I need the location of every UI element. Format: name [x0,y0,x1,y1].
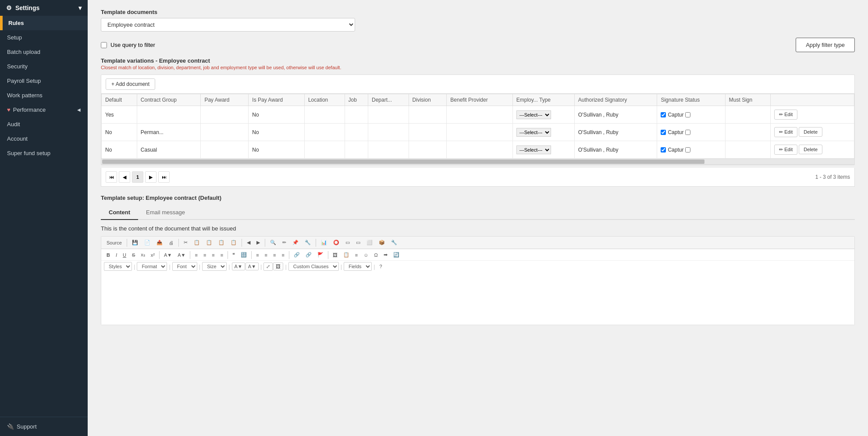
cell-signature-status[interactable]: Captur [657,124,725,141]
print-button[interactable]: 🖨 [166,239,176,247]
first-page-button[interactable]: ⏮ [106,171,117,183]
delete-button[interactable]: Delete [799,127,822,137]
sidebar-item-setup[interactable]: Setup [0,30,88,45]
pagebreak-button[interactable]: ➡ [381,251,390,259]
cell-employ-type[interactable]: ---Select--- [512,124,574,141]
sidebar-header[interactable]: ⚙ Settings ▾ [0,0,88,16]
strikethrough-button[interactable]: S [129,251,138,259]
align-center-button[interactable]: ≡ [262,251,270,259]
signature-status-checkbox[interactable] [661,112,666,117]
templates-button[interactable]: 📤 [154,238,165,247]
flash-button[interactable]: 🔧 [302,238,313,247]
ul-button[interactable]: ≡ [201,251,209,259]
align-right-button[interactable]: ≡ [270,251,278,259]
table-button[interactable]: 📊 [318,238,330,247]
sidebar-item-batch-upload[interactable]: Batch upload [0,45,88,59]
page-1-button[interactable]: 1 [132,171,143,183]
apply-filter-button[interactable]: Apply filter type [796,38,855,52]
button-btn[interactable]: 🔧 [388,238,400,247]
prev-page-button[interactable]: ◀ [119,171,130,183]
tab-email-message[interactable]: Email message [138,206,193,220]
special-char-button[interactable]: Ω [371,251,380,259]
sidebar-item-payroll-setup[interactable]: Payroll Setup [0,74,88,88]
source-button[interactable]: Source [104,239,125,247]
custom-clauses-dropdown[interactable]: Custom Clauses [288,262,339,271]
sidebar-item-work-patterns[interactable]: Work patterns [0,88,88,103]
paste-word-button[interactable]: 📋 [228,238,239,247]
bold-button[interactable]: B [104,251,113,259]
edit-button[interactable]: ✏ Edit [774,145,797,155]
font-bgcolor-button[interactable]: A▼ [245,262,259,270]
sidebar-item-account[interactable]: Account [0,131,88,146]
tab-content[interactable]: Content [101,206,138,220]
placeholder-button[interactable]: 📌 [290,238,301,247]
delete-button[interactable]: Delete [799,145,822,154]
save-button[interactable]: 💾 [129,238,141,247]
horizontal-scrollbar[interactable] [101,159,854,165]
styles-dropdown[interactable]: Styles [104,262,132,271]
redo-button[interactable]: ▶ [254,238,263,247]
font-dropdown[interactable]: Font [172,262,197,271]
div-button[interactable]: 🔢 [238,251,249,259]
paste-button[interactable]: 📋 [203,238,215,247]
edit-button[interactable]: ✏ Edit [774,110,797,120]
sidebar-item-super-fund-setup[interactable]: Super fund setup [0,146,88,160]
spellcheck-button[interactable]: ✏ [280,238,289,247]
copy-button[interactable]: 📋 [191,238,203,247]
unlink-button[interactable]: 🔗 [303,251,314,259]
employ-type-select[interactable]: ---Select--- [516,128,551,137]
find-button[interactable]: 🔍 [267,238,279,247]
cell-signature-status[interactable]: Captur [657,106,725,124]
ol-button[interactable]: ≡ [192,251,200,259]
use-query-checkbox[interactable] [101,42,107,48]
signature-status-checkbox[interactable] [661,147,666,152]
cell-actions[interactable]: ✏ Edit [771,106,854,124]
must-sign-checkbox[interactable] [685,112,690,117]
sidebar-item-audit[interactable]: Audit [0,117,88,131]
next-page-button[interactable]: ▶ [145,171,157,183]
last-page-button[interactable]: ⏭ [158,171,170,183]
help-button[interactable]: ? [377,262,385,270]
must-sign-checkbox[interactable] [685,147,690,152]
color-button[interactable]: A▼ [161,251,174,259]
subscript-button[interactable]: x₂ [138,251,148,259]
sidebar-item-security[interactable]: Security [0,59,88,74]
bgcolor-button[interactable]: A▼ [175,251,188,259]
editor-content-area[interactable] [101,272,854,325]
employ-type-select[interactable]: ---Select--- [516,110,551,119]
new-doc-button[interactable]: 📄 [142,238,153,247]
image-button[interactable]: 🖼 [330,251,340,259]
signature-status-checkbox[interactable] [661,130,666,135]
sidebar-item-rules[interactable]: Rules [0,16,88,30]
radio-button[interactable]: ⭕ [331,238,342,247]
align-left-button[interactable]: ≡ [253,251,261,259]
sidebar-item-support[interactable]: 🔌 Support [0,417,88,436]
anchor-button[interactable]: 🚩 [315,251,326,259]
cell-actions[interactable]: ✏ EditDelete [771,141,854,159]
paste-text-button[interactable]: 📋 [216,238,227,247]
must-sign-checkbox[interactable] [685,130,690,135]
size-dropdown[interactable]: Size [202,262,227,271]
fields-dropdown[interactable]: Fields [344,262,372,271]
undo-button[interactable]: ◀ [244,238,253,247]
underline-button[interactable]: U [120,251,129,259]
outdent-button[interactable]: ≡ [218,251,226,259]
input-button[interactable]: ▭ [343,238,352,247]
font-color-button[interactable]: A▼ [232,262,245,270]
cell-employ-type[interactable]: ---Select--- [512,141,574,159]
cell-signature-status[interactable]: Captur [657,141,725,159]
blockquote-button[interactable]: ❝ [230,251,238,259]
sidebar-item-performance[interactable]: ♥ Performance ◀ [0,103,88,117]
select-button[interactable]: ▭ [353,238,363,247]
indent-button[interactable]: ≡ [209,251,217,259]
template-select[interactable]: Employee contract [101,18,355,32]
horizontal-rule-button[interactable]: ≡ [352,251,360,259]
textarea-button[interactable]: ⬜ [364,238,375,247]
add-document-button[interactable]: + Add document [106,78,155,90]
italic-button[interactable]: I [113,251,120,259]
checkbox-btn[interactable]: 📦 [376,238,388,247]
cut-button[interactable]: ✂ [181,238,190,247]
smiley-button[interactable]: ☺ [361,251,371,259]
cell-actions[interactable]: ✏ EditDelete [771,124,854,141]
edit-button[interactable]: ✏ Edit [774,127,797,137]
